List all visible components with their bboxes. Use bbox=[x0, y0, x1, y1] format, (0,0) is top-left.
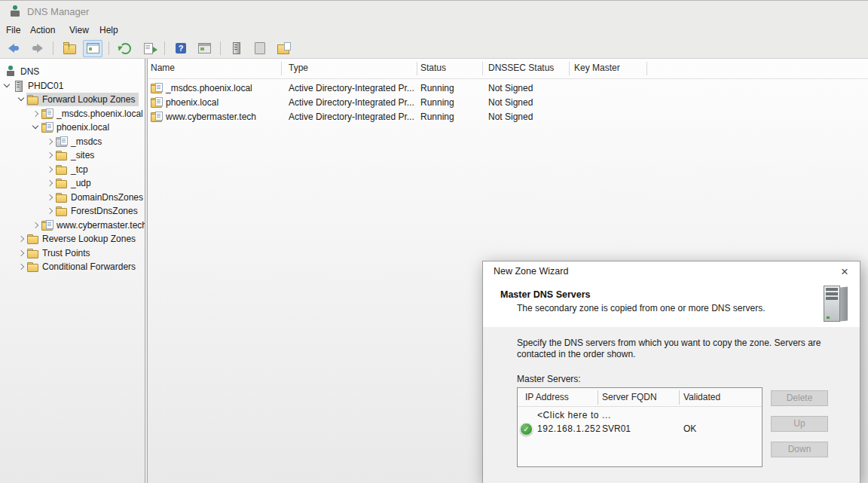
table-header-divider bbox=[518, 406, 762, 407]
chevron-right-icon[interactable] bbox=[16, 261, 26, 272]
dns-root-icon bbox=[5, 66, 17, 78]
table-header-ip-address[interactable]: IP Address bbox=[525, 392, 569, 402]
page-overlay bbox=[155, 112, 163, 121]
tree-item-label: ForestDnsZones bbox=[71, 206, 138, 216]
down-button[interactable]: Down bbox=[771, 442, 828, 457]
tree-item-reverse-lookup-zones[interactable]: Reverse Lookup Zones bbox=[0, 232, 145, 246]
chevron-right-icon[interactable] bbox=[16, 248, 26, 258]
back-icon bbox=[8, 44, 20, 53]
tree-item-msdcs-phoenix-local[interactable]: _msdcs.phoenix.local bbox=[0, 107, 145, 121]
cell-name: www.cybermaster.tech bbox=[166, 112, 256, 122]
column-header-name[interactable]: Name bbox=[151, 63, 175, 73]
master-servers-label: Master Servers: bbox=[517, 374, 581, 384]
chevron-right-icon[interactable] bbox=[44, 150, 55, 160]
tree-item-sites[interactable]: _sites bbox=[0, 148, 145, 163]
cell-ip-address: <Click here to ... bbox=[537, 410, 611, 420]
tree-item-phdc01[interactable]: PHDC01 bbox=[0, 79, 145, 93]
chevron-down-icon[interactable] bbox=[2, 81, 12, 91]
chevron-right-icon[interactable] bbox=[44, 206, 55, 216]
tree-item-label: _msdcs bbox=[71, 136, 102, 147]
pane-icon bbox=[255, 42, 265, 54]
zone-row-phoenix-local[interactable]: phoenix.localActive Directory-Integrated… bbox=[148, 96, 868, 110]
up-button[interactable]: Up bbox=[771, 416, 828, 432]
folder-icon bbox=[56, 177, 68, 189]
page-overlay bbox=[46, 122, 53, 131]
column-header-key-master[interactable]: Key Master bbox=[574, 63, 620, 73]
table-header-validated[interactable]: Validated bbox=[683, 392, 720, 402]
tree-item-content: Conditional Forwarders bbox=[26, 260, 139, 274]
help-button[interactable] bbox=[171, 40, 191, 57]
chevron-right-icon[interactable] bbox=[44, 136, 55, 147]
tree-item-content: Forward Lookup Zones bbox=[26, 93, 139, 106]
zone-row-msdcs-phoenix-local[interactable]: _msdcs.phoenix.localActive Directory-Int… bbox=[148, 81, 868, 96]
menu-file[interactable]: File bbox=[6, 25, 20, 35]
window-icon bbox=[198, 43, 211, 53]
page-overlay bbox=[60, 136, 68, 145]
refresh-button[interactable] bbox=[115, 40, 135, 57]
tree-item-content: Trust Points bbox=[26, 246, 94, 260]
tree-item-forward-lookup-zones[interactable]: Forward Lookup Zones bbox=[0, 93, 145, 107]
properties-window-button[interactable] bbox=[194, 40, 214, 57]
tree-item-dns[interactable]: DNS bbox=[0, 65, 145, 79]
close-icon[interactable]: × bbox=[836, 263, 854, 280]
master-server-row[interactable]: <Click here to ... bbox=[518, 409, 762, 423]
zone-row-www-cybermaster-tech[interactable]: www.cybermaster.techActive Directory-Int… bbox=[148, 110, 868, 124]
tree-item-forestdnszones[interactable]: ForestDnsZones bbox=[0, 204, 145, 219]
server-tower-icon bbox=[13, 80, 25, 92]
menu-help[interactable]: Help bbox=[99, 25, 118, 35]
forward-button[interactable] bbox=[27, 40, 47, 57]
chevron-right-icon[interactable] bbox=[44, 178, 55, 188]
zone-folder-button[interactable] bbox=[274, 40, 293, 57]
dialog-title-bar[interactable]: New Zone Wizard × bbox=[483, 261, 860, 283]
chevron-right-icon[interactable] bbox=[44, 192, 55, 203]
zone-icon bbox=[41, 219, 53, 231]
wizard-step-subtitle: The secondary zone is copied from one or… bbox=[517, 303, 765, 313]
tree-item-trust-points[interactable]: Trust Points bbox=[0, 246, 145, 261]
wizard-instructions: Specify the DNS servers from which you w… bbox=[517, 338, 821, 360]
pane-button[interactable] bbox=[250, 40, 270, 57]
server-tower-button[interactable] bbox=[227, 40, 246, 57]
tree-item-conditional-forwarders[interactable]: Conditional Forwarders bbox=[0, 260, 145, 274]
master-server-row[interactable]: 192.168.1.252SVR01OK bbox=[518, 423, 762, 436]
export-list-icon bbox=[144, 43, 153, 54]
page-overlay bbox=[46, 109, 53, 118]
folder-icon bbox=[56, 205, 68, 217]
chevron-down-icon[interactable] bbox=[30, 122, 41, 133]
chevron-right-icon[interactable] bbox=[16, 234, 26, 244]
chevron-right-icon[interactable] bbox=[44, 164, 55, 175]
tree-item-label: _tcp bbox=[71, 164, 88, 175]
tree-item-www-cybermaster-tech[interactable]: www.cybermaster.tech bbox=[0, 219, 145, 233]
chevron-right-icon[interactable] bbox=[30, 109, 41, 119]
export-list-button[interactable] bbox=[139, 40, 158, 57]
zone-gray-icon bbox=[56, 136, 68, 148]
tree-item-content: phoenix.local bbox=[41, 121, 113, 134]
up-one-level-button[interactable] bbox=[60, 40, 79, 57]
table-header-server-fqdn[interactable]: Server FQDN bbox=[602, 392, 657, 402]
column-header-dnssec-status[interactable]: DNSSEC Status bbox=[488, 63, 554, 73]
tree-item-tcp[interactable]: _tcp bbox=[0, 163, 145, 177]
cell-dnssec-status: Not Signed bbox=[488, 112, 533, 122]
toolbar-separator bbox=[164, 41, 165, 55]
column-header-type[interactable]: Type bbox=[289, 63, 308, 73]
show-console-tree-button[interactable] bbox=[83, 40, 102, 57]
tree-item-phoenix-local[interactable]: phoenix.local bbox=[0, 121, 145, 135]
tree-item-domaindnszones[interactable]: DomainDnsZones bbox=[0, 191, 145, 205]
wizard-step-title: Master DNS Servers bbox=[500, 289, 591, 300]
server-tower-sm-icon bbox=[233, 42, 240, 54]
zone-icon bbox=[151, 82, 163, 94]
dns-manager-window: { "window": { "title": "DNS Manager" }, … bbox=[0, 0, 868, 483]
menu-view[interactable]: View bbox=[69, 25, 89, 35]
tree-item-udp[interactable]: _udp bbox=[0, 176, 145, 191]
tree-item-label: _msdcs.phoenix.local bbox=[57, 109, 143, 119]
chevron-right-icon[interactable] bbox=[30, 220, 41, 231]
column-header-status[interactable]: Status bbox=[420, 63, 446, 73]
chevron-down-icon[interactable] bbox=[16, 94, 26, 105]
delete-button[interactable]: Delete bbox=[771, 390, 828, 406]
console-tree-icon bbox=[87, 43, 99, 53]
menu-action[interactable]: Action bbox=[30, 25, 55, 35]
tree-item-msdcs[interactable]: _msdcs bbox=[0, 135, 145, 149]
wizard-header: Master DNS Servers The secondary zone is… bbox=[483, 282, 860, 328]
back-button[interactable] bbox=[4, 40, 23, 57]
toolbar-separator bbox=[53, 41, 53, 55]
tree-item-label: www.cybermaster.tech bbox=[57, 220, 145, 231]
